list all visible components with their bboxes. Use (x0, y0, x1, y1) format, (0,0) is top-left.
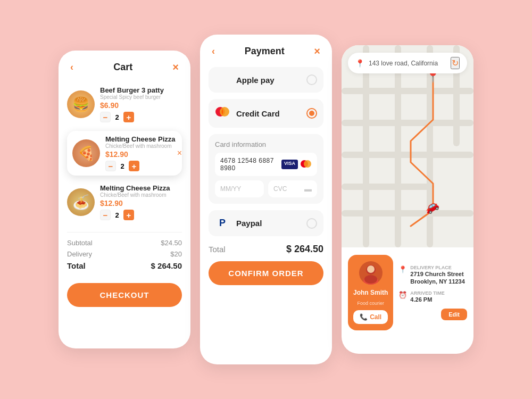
item-info-3: Melting Cheese Pizza Chicke/Beef with ma… (100, 184, 182, 220)
payment-total-amount: $ 264.50 (286, 244, 323, 255)
apple-pay-option[interactable]: Apple pay (209, 67, 323, 93)
cart-close-button[interactable]: × (169, 60, 182, 74)
card-info-label: Card information (215, 140, 317, 148)
payment-total-row: Total $ 264.50 (209, 244, 323, 255)
card-field-icon: ▬ (304, 185, 312, 193)
payment-header: ‹ Payment × (209, 44, 323, 59)
card-info-section: Card information 4678 12548 6887 8980 VI… (209, 134, 323, 204)
card-row2: MM/YY CVC ▬ (215, 180, 317, 197)
food-image-pasta: 🍝 (67, 188, 95, 216)
item-info-2: Melting Cheese Pizza Chicke/Beef with ma… (105, 135, 177, 171)
delivery-info: 📍 Delivery place 2719 Church Street Broo… (398, 255, 467, 330)
item-remove-2[interactable]: × (177, 148, 182, 158)
card-number-row: 4678 12548 6887 8980 VISA (215, 153, 317, 176)
arrived-time-label: Arrived time (410, 290, 445, 296)
cart-totals: Subtotal $24.50 Delivery $20 Total $ 264… (67, 232, 182, 270)
subtotal-row: Subtotal $24.50 (67, 239, 182, 247)
payment-title: Payment (218, 46, 311, 57)
paypal-icon: P (215, 218, 230, 229)
credit-card-radio-inner (309, 111, 314, 116)
location-text: 143 love road, California (369, 60, 446, 67)
edit-button[interactable]: Edit (441, 309, 467, 320)
qty-num-3: 2 (113, 211, 121, 219)
qty-num-1: 2 (113, 113, 121, 121)
qty-control-1: − 2 + (100, 112, 182, 122)
payment-panel: ‹ Payment × Apple pay Credit Card Card i… (200, 35, 332, 364)
svg-point-3 (304, 160, 311, 168)
subtotal-label: Subtotal (67, 239, 93, 247)
cart-title: Cart (77, 62, 169, 73)
qty-plus-3[interactable]: + (123, 210, 134, 220)
delivery-place-info: Delivery place 2719 Church Street Brookl… (410, 265, 465, 286)
cart-back-button[interactable]: ‹ (67, 61, 77, 74)
item-price-1: $6.90 (100, 101, 182, 110)
qty-control-3: − 2 + (100, 210, 182, 220)
item-sub-1: Special Spicy beef burger (100, 94, 182, 100)
payment-close-button[interactable]: × (311, 44, 323, 59)
map-panel: 📍 143 love road, California ↻ 📍 🚗 (342, 45, 473, 354)
qty-plus-2[interactable]: + (129, 161, 139, 171)
item-name-1: Beef Burger 3 patty (100, 86, 182, 94)
arrived-time-value: 4.26 PM (410, 296, 445, 303)
cvc-placeholder: CVC (273, 185, 287, 193)
svg-point-1 (220, 107, 229, 117)
cart-panel: ‹ Cart × 🍔 Beef Burger 3 patty Special S… (59, 51, 190, 348)
apple-pay-label: Apple pay (236, 76, 300, 85)
checkout-button[interactable]: CHECKOUT (67, 283, 182, 307)
courier-role: Food courier (357, 301, 384, 306)
total-value: $ 264.50 (151, 261, 182, 270)
delivery-place-label: Delivery place (410, 265, 465, 270)
apple-pay-radio[interactable] (306, 74, 317, 85)
item-name-2: Melting Cheese Pizza (105, 135, 177, 143)
item-price-2: $12.90 (105, 150, 177, 159)
item-name-3: Melting Cheese Pizza (100, 184, 182, 192)
credit-card-icon (215, 106, 230, 120)
visa-badge: VISA (281, 160, 298, 169)
map-background: 📍 🚗 (342, 45, 473, 247)
qty-control-2: − 2 + (105, 161, 177, 171)
cart-item-3: 🍝 Melting Cheese Pizza Chicke/Beef with … (67, 181, 182, 223)
card-icons: VISA (281, 160, 312, 169)
delivery-place-icon: 📍 (398, 265, 407, 273)
mm-yy-field[interactable]: MM/YY (215, 180, 264, 197)
mm-yy-placeholder: MM/YY (220, 185, 241, 193)
item-sub-3: Chicke/Beef with mashroom (100, 192, 182, 198)
food-image-pizza: 🍕 (72, 139, 100, 167)
arrived-time-info: Arrived time 4.26 PM (410, 290, 445, 303)
delivery-place-row: 📍 Delivery place 2719 Church Street Broo… (398, 265, 467, 286)
subtotal-value: $24.50 (161, 239, 182, 247)
svg-point-7 (364, 275, 377, 284)
delivery-label: Delivery (67, 250, 92, 258)
phone-icon: 📞 (360, 313, 368, 321)
item-price-3: $12.90 (100, 199, 182, 207)
item-info-1: Beef Burger 3 patty Special Spicy beef b… (100, 86, 182, 122)
courier-name: John Smith (353, 289, 388, 296)
food-image-burger: 🍔 (67, 90, 95, 118)
paypal-option[interactable]: P Paypal (209, 210, 323, 236)
qty-plus-1[interactable]: + (123, 112, 134, 122)
credit-card-option[interactable]: Credit Card (209, 99, 323, 128)
mc-icon (300, 160, 312, 169)
payment-back-button[interactable]: ‹ (209, 45, 218, 58)
cart-item-elevated: 🍕 Melting Cheese Pizza Chicke/Beef with … (67, 131, 182, 176)
svg-point-6 (367, 265, 375, 273)
refresh-button[interactable]: ↻ (451, 57, 460, 69)
total-row: Total $ 264.50 (67, 261, 182, 270)
qty-num-2: 2 (118, 162, 127, 170)
courier-box: John Smith Food courier 📞 Call (348, 255, 393, 330)
payment-total-label: Total (209, 245, 226, 254)
call-button[interactable]: 📞 Call (353, 310, 388, 324)
delivery-card: John Smith Food courier 📞 Call 📍 Deliver… (342, 247, 473, 338)
clock-icon: ⏰ (398, 291, 407, 299)
qty-minus-1[interactable]: − (100, 112, 111, 122)
map-search-bar: 📍 143 love road, California ↻ (348, 53, 467, 73)
total-label: Total (67, 261, 86, 270)
confirm-order-button[interactable]: CONFIRM ORDER (209, 261, 323, 285)
cvc-field[interactable]: CVC ▬ (268, 180, 317, 197)
credit-card-radio[interactable] (306, 108, 317, 119)
paypal-radio[interactable] (306, 218, 317, 229)
card-number-text: 4678 12548 6887 8980 (220, 157, 281, 172)
qty-minus-3[interactable]: − (100, 210, 111, 220)
route-path (342, 45, 473, 247)
qty-minus-2[interactable]: − (105, 161, 116, 171)
